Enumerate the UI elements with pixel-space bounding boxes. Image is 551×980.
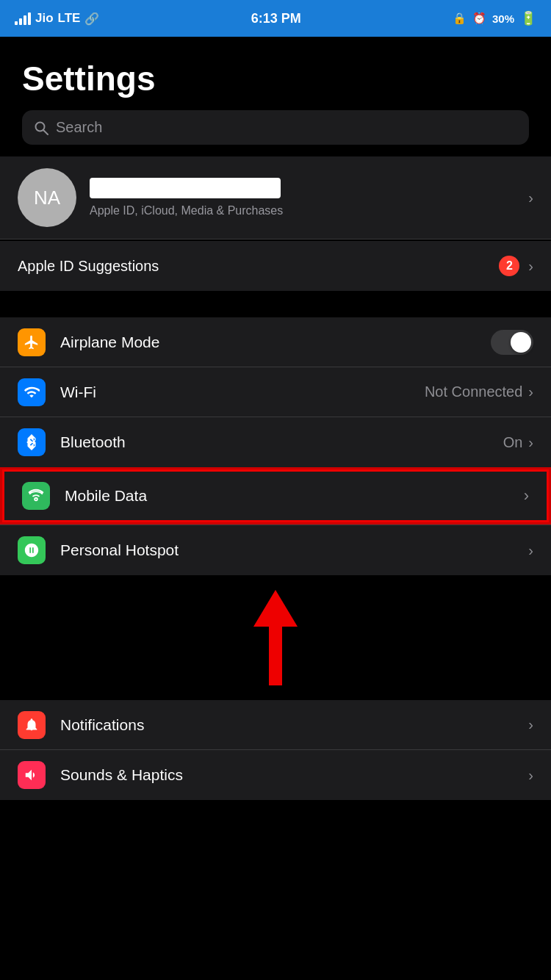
airplane-mode-row[interactable]: Airplane Mode [0,317,551,367]
suggestions-chevron: › [528,258,533,275]
suggestions-badge: 2 [499,256,519,276]
svg-line-1 [44,130,48,134]
notifications-label: Notifications [60,716,528,734]
lock-icon: 🔒 [453,12,467,25]
battery-icon: 🔋 [520,10,536,26]
bluetooth-label: Bluetooth [60,433,503,451]
hotspot-group: Personal Hotspot › [0,525,551,575]
bluetooth-icon-bg [18,428,46,456]
search-icon [34,120,48,135]
personal-hotspot-row[interactable]: Personal Hotspot › [0,525,551,575]
battery-label: 30% [492,12,514,25]
avatar: NA [18,168,76,227]
sounds-chevron: › [528,767,533,784]
page-title: Settings [22,59,529,98]
network-label: LTE [58,11,81,26]
status-left: Jio LTE 🔗 [15,11,99,26]
wifi-icon-bg [18,378,46,406]
sounds-icon-bg [18,761,46,789]
airplane-mode-toggle[interactable] [491,330,533,355]
bluetooth-chevron: › [528,434,533,451]
carrier-label: Jio [35,11,54,26]
connectivity-group: Airplane Mode Wi-Fi Not Connected › Blue… [0,317,551,467]
account-chevron: › [528,190,533,206]
account-subtitle: Apple ID, iCloud, Media & Purchases [90,204,515,217]
settings-header: Settings Search [0,37,551,156]
time-display: 6:13 PM [251,11,301,26]
search-placeholder: Search [56,119,102,136]
arrow-shaft [269,627,282,685]
status-bar: Jio LTE 🔗 6:13 PM 🔒 ⏰ 30% 🔋 [0,0,551,37]
apple-id-suggestions-row[interactable]: Apple ID Suggestions 2 › [0,241,551,291]
wifi-row[interactable]: Wi-Fi Not Connected › [0,367,551,417]
section-gap-1 [0,291,551,317]
suggestions-right: 2 › [499,256,533,276]
hotspot-label: Personal Hotspot [60,541,528,559]
section-gap-2 [0,693,551,700]
wifi-value: Not Connected [425,383,522,400]
sounds-haptics-row[interactable]: Sounds & Haptics › [0,750,551,800]
mobile-data-chevron: › [524,486,529,505]
signal-bars [15,12,31,25]
link-icon: 🔗 [84,12,99,26]
general-group: Notifications › Sounds & Haptics › [0,700,551,800]
mobile-data-row[interactable]: Mobile Data › [2,469,549,522]
suggestions-label: Apple ID Suggestions [18,258,159,275]
mobile-data-label: Mobile Data [65,487,524,505]
annotation-arrow-container [0,575,551,693]
account-name-redacted [90,178,281,198]
mobile-data-icon-bg [22,482,50,510]
mobile-data-highlighted-container: Mobile Data › [0,467,551,525]
arrow-head [253,590,298,627]
sounds-haptics-label: Sounds & Haptics [60,766,528,784]
wifi-label: Wi-Fi [60,383,425,401]
red-arrow-annotation [253,590,298,685]
airplane-mode-icon [18,328,46,356]
alarm-icon: ⏰ [472,12,486,25]
hotspot-icon-bg [18,536,46,564]
bluetooth-row[interactable]: Bluetooth On › [0,417,551,467]
toggle-knob [511,332,531,353]
bluetooth-value: On [503,434,523,451]
account-row[interactable]: NA Apple ID, iCloud, Media & Purchases › [0,156,551,239]
notifications-icon-bg [18,711,46,739]
account-section: NA Apple ID, iCloud, Media & Purchases › [0,156,551,239]
notifications-row[interactable]: Notifications › [0,700,551,750]
account-info: Apple ID, iCloud, Media & Purchases [90,178,515,217]
notifications-chevron: › [528,716,533,733]
airplane-mode-label: Airplane Mode [60,334,491,351]
wifi-chevron: › [528,383,533,400]
svg-point-0 [36,122,45,131]
hotspot-chevron: › [528,542,533,559]
search-bar[interactable]: Search [22,110,529,145]
status-right: 🔒 ⏰ 30% 🔋 [453,10,536,26]
